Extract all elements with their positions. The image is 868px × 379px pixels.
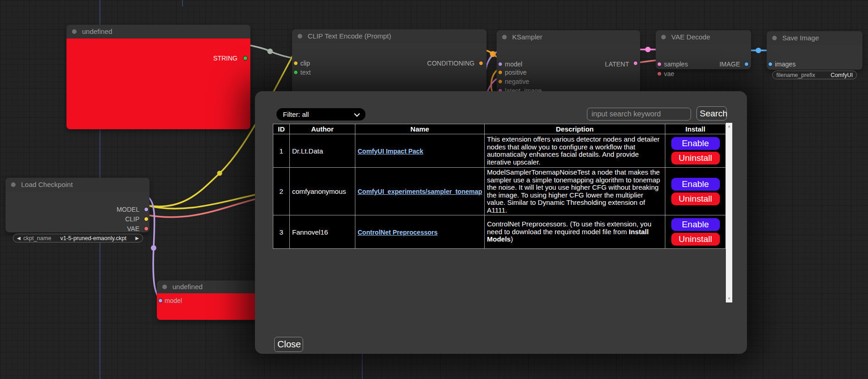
extension-table-wrap: ID Author Name Description Install 1 Dr.… [273, 124, 725, 249]
node-undefined-bottom[interactable]: undefined model [157, 280, 259, 320]
uninstall-button[interactable]: Uninstall [671, 152, 720, 165]
extension-link[interactable]: ControlNet Preprocessors [358, 229, 437, 236]
input-slot-dot-negative[interactable] [498, 79, 503, 84]
enable-button[interactable]: Enable [671, 137, 720, 150]
input-slot-dot-model[interactable] [498, 62, 503, 66]
node-title-bar[interactable]: CLIP Text Encode (Prompt) [292, 29, 487, 43]
node-save-image[interactable]: Save Image images filename_prefix ComfyU… [767, 31, 862, 70]
search-input[interactable] [587, 108, 691, 121]
cell-description: This extension offers various detector n… [485, 134, 665, 168]
input-slot-dot-images[interactable] [768, 62, 773, 66]
ckpt-name-label: ckpt_name [23, 235, 51, 242]
output-slot-dot-clip[interactable] [144, 217, 149, 221]
cell-description: ModelSamplerTonemapNoiseTest a node that… [485, 168, 665, 215]
table-scrollbar[interactable]: ▲ ▼ [726, 123, 732, 302]
reroute-dot-conditioning [490, 51, 496, 57]
input-slot-dot-positive[interactable] [498, 70, 503, 75]
node-ksampler[interactable]: KSampler model positive negative latent_… [497, 30, 640, 94]
output-label-clip: CLIP [125, 215, 139, 223]
output-label-vae: VAE [127, 225, 139, 232]
collapse-dot-icon[interactable] [72, 29, 77, 34]
node-load-checkpoint[interactable]: Load Checkpoint MODEL CLIP VAE ◀ ckpt_na… [6, 178, 149, 232]
node-body: images filename_prefix ComfyUI [767, 45, 862, 70]
input-label-model: model [165, 297, 182, 304]
cell-id: 3 [273, 215, 290, 249]
input-slot-dot-clip[interactable] [293, 61, 298, 66]
filename-prefix-value[interactable]: ComfyUI [830, 72, 853, 78]
collapse-dot-icon[interactable] [11, 182, 16, 187]
node-graph-canvas[interactable]: undefined STRING CLIP Text Encode (Promp… [0, 0, 868, 379]
ckpt-name-value[interactable]: v1-5-pruned-emaonly.ckpt [60, 235, 126, 242]
enable-button[interactable]: Enable [671, 218, 720, 231]
input-label-clip: clip [300, 60, 310, 67]
cell-description: ControlNet Preprocessors. (To use this e… [485, 215, 665, 249]
extension-link[interactable]: ComfyUI Impact Pack [358, 148, 423, 155]
uninstall-button[interactable]: Uninstall [671, 192, 720, 205]
next-arrow-icon[interactable]: ▶ [135, 234, 139, 242]
input-label-samples: samples [664, 60, 688, 68]
output-slot-dot[interactable] [243, 56, 248, 60]
node-title-bar[interactable]: undefined [157, 280, 259, 293]
collapse-dot-icon[interactable] [661, 35, 666, 39]
output-label-model: MODEL [116, 206, 139, 213]
extension-manager-dialog: Filter: all Search ID Author Name Descri… [255, 91, 747, 354]
output-slot-dot-vae[interactable] [144, 226, 149, 231]
node-vae-decode[interactable]: VAE Decode samples vae IMAGE [656, 30, 751, 69]
output-slot-dot-model[interactable] [144, 207, 149, 212]
col-header-author: Author [290, 124, 355, 134]
input-label-model: model [505, 60, 522, 68]
prev-arrow-icon[interactable]: ◀ [17, 234, 21, 242]
output-label: STRING [213, 55, 238, 62]
close-button[interactable]: Close [274, 337, 303, 352]
input-label-images: images [775, 60, 796, 68]
scroll-up-icon[interactable]: ▲ [726, 124, 732, 129]
output-slot-dot-latent[interactable] [633, 61, 638, 66]
cell-name: ComfyUI Impact Pack [355, 134, 485, 168]
node-title-bar[interactable]: KSampler [497, 30, 640, 44]
col-header-id: ID [273, 124, 290, 134]
wire-clip-branch [146, 194, 257, 209]
node-title-bar[interactable]: Load Checkpoint [6, 178, 149, 192]
node-title-bar[interactable]: Save Image [767, 31, 862, 45]
node-undefined-top[interactable]: undefined STRING [66, 25, 250, 129]
collapse-dot-icon[interactable] [772, 36, 777, 40]
input-slot-dot-text[interactable] [293, 70, 298, 75]
cell-id: 1 [273, 134, 290, 168]
output-slot-dot-image[interactable] [744, 62, 749, 66]
filter-select[interactable]: Filter: all [276, 108, 365, 121]
input-label-negative: negative [505, 78, 529, 85]
col-header-description: Description [485, 124, 665, 134]
input-slot-dot-samples[interactable] [657, 62, 662, 66]
cell-install: Enable Uninstall [665, 134, 726, 168]
node-title-text: KSampler [512, 33, 542, 41]
node-clip-text-encode[interactable]: CLIP Text Encode (Prompt) clip text COND… [292, 29, 487, 98]
graph-guide-line-top [182, 0, 183, 6]
node-title-text: undefined [82, 27, 112, 35]
output-slot-dot-conditioning[interactable] [479, 61, 483, 66]
filename-prefix-widget[interactable]: filename_prefix ComfyUI [772, 71, 857, 79]
node-title-bar[interactable]: VAE Decode [656, 30, 751, 44]
node-title-bar[interactable]: undefined [66, 25, 250, 38]
uninstall-button[interactable]: Uninstall [671, 233, 720, 246]
collapse-dot-icon[interactable] [298, 34, 302, 38]
output-label-latent: LATENT [605, 60, 629, 68]
enable-button[interactable]: Enable [671, 178, 720, 191]
input-slot-dot-vae[interactable] [657, 71, 662, 76]
cell-id: 2 [273, 168, 290, 215]
search-button[interactable]: Search [697, 106, 727, 121]
input-label-positive: positive [505, 69, 526, 76]
collapse-dot-icon[interactable] [502, 35, 507, 39]
node-body: model positive negative latent_image LAT… [497, 44, 640, 94]
chevron-down-icon [355, 112, 359, 116]
scroll-down-icon[interactable]: ▼ [726, 296, 732, 302]
cell-install: Enable Uninstall [665, 168, 726, 215]
extension-link[interactable]: ComfyUI_experiments/sampler_tonemap [358, 188, 482, 195]
input-slot-dot-model[interactable] [158, 298, 163, 303]
collapse-dot-icon[interactable] [162, 285, 167, 289]
node-title-text: CLIP Text Encode (Prompt) [308, 32, 391, 40]
ckpt-name-widget[interactable]: ◀ ckpt_name v1-5-pruned-emaonly.ckpt ▶ [13, 234, 143, 242]
table-row: 2 comfyanonymous ComfyUI_experiments/sam… [273, 168, 726, 215]
cell-install: Enable Uninstall [665, 215, 726, 249]
reroute-dot-model [151, 245, 156, 251]
reroute-dot-latent [645, 47, 651, 52]
